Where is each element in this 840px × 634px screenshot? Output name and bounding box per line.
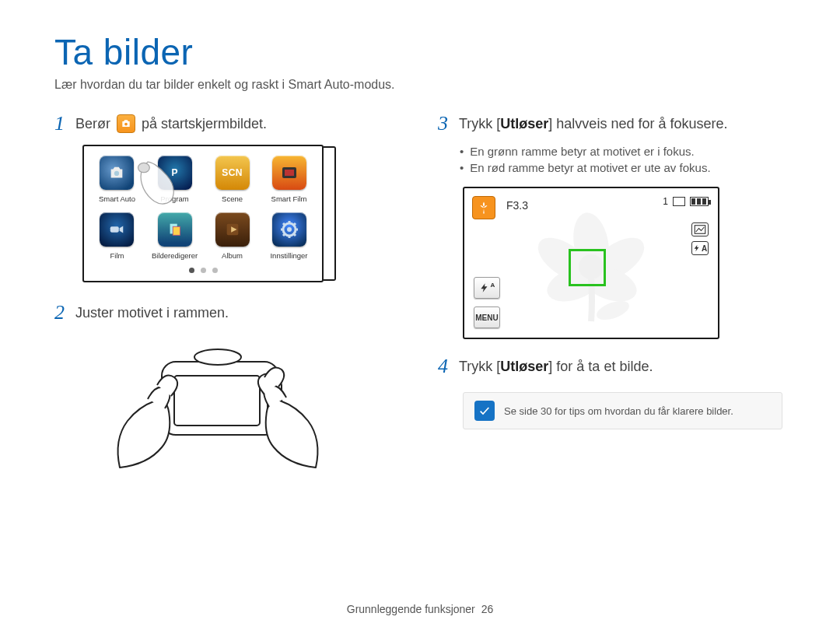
app-smart-film[interactable]: Smart Film	[267, 156, 311, 203]
film-strip-icon	[272, 156, 306, 190]
app-label: Film	[110, 251, 124, 260]
sd-card-icon	[673, 197, 685, 206]
svg-point-19	[138, 163, 150, 172]
step-text-before: Berør	[75, 116, 110, 132]
tip-note: Se side 30 for tips om hvordan du får kl…	[463, 392, 782, 429]
svg-point-1	[114, 171, 119, 176]
info-icon	[474, 401, 495, 421]
step-text-after: ] halvveis ned for å fokusere.	[548, 116, 727, 131]
step-number: 3	[438, 114, 448, 134]
shots-remaining: 1	[663, 196, 668, 207]
svg-line-16	[293, 233, 296, 236]
app-smart-auto[interactable]: Smart Auto	[95, 156, 139, 203]
bullet-focus-red: En rød ramme betyr at motivet er ute av …	[460, 161, 786, 174]
macro-icon[interactable]	[472, 196, 495, 219]
camera-icon	[100, 156, 134, 190]
f-number: F3.3	[506, 199, 528, 212]
app-program[interactable]: P Program	[152, 156, 198, 203]
battery-icon	[690, 197, 709, 206]
svg-rect-21	[174, 376, 260, 426]
flash-button[interactable]: A	[474, 277, 500, 299]
step-text-bold: Utløser	[500, 116, 548, 131]
svg-point-23	[194, 349, 241, 365]
step-number: 2	[54, 303, 65, 323]
video-camera-icon	[100, 212, 134, 247]
step-1: 1 Berør på startskjermbildet. Smart Auto	[54, 114, 402, 282]
scene-icon: SCN	[215, 156, 250, 190]
app-scene[interactable]: SCN Scene	[210, 156, 254, 203]
program-icon: P	[158, 156, 192, 190]
app-editor[interactable]: Bilderedigerer	[152, 212, 198, 260]
svg-line-18	[293, 223, 296, 226]
editor-icon	[158, 212, 192, 247]
svg-point-0	[124, 123, 128, 126]
app-label: Smart Film	[271, 194, 307, 203]
note-text: Se side 30 for tips om hvordan du får kl…	[504, 405, 733, 417]
album-icon	[215, 212, 250, 247]
app-label: Album	[222, 251, 243, 260]
step-text-after: ] for å ta et bilde.	[548, 359, 653, 374]
footer-page-number: 26	[481, 603, 494, 615]
step-2: 2 Juster motivet i rammen.	[54, 303, 402, 477]
step-3: 3 Trykk [Utløser] halvveis ned for å fok…	[438, 114, 786, 339]
app-album[interactable]: Album	[210, 212, 254, 260]
footer-section: Grunnleggende funksjoner	[347, 603, 475, 615]
focus-frame	[569, 249, 606, 286]
svg-line-15	[283, 223, 285, 226]
step-text-before: Trykk [	[459, 116, 500, 131]
gear-icon	[272, 212, 306, 247]
app-label: Program	[160, 194, 188, 203]
hands-holding-camera-illustration	[101, 334, 334, 474]
step-text-bold: Utløser	[500, 359, 548, 374]
app-settings[interactable]: Innstillinger	[267, 212, 311, 260]
step-4: 4 Trykk [Utløser] for å ta et bilde.	[438, 356, 786, 377]
page-subtitle: Lær hvordan du tar bilder enkelt og rask…	[54, 78, 786, 92]
step-text: Juster motivet i rammen.	[75, 305, 229, 321]
step-text-after: på startskjermbildet.	[142, 116, 267, 132]
lcd-top-right-status: 1	[663, 196, 709, 207]
app-label: Bilderedigerer	[152, 251, 198, 260]
home-screen-illustration: Smart Auto P Program SCN Scene	[82, 145, 324, 282]
page-title: Ta bilder	[54, 31, 786, 73]
step-number: 4	[438, 356, 448, 377]
svg-point-10	[287, 227, 292, 232]
svg-point-30	[594, 297, 632, 324]
svg-rect-3	[285, 170, 294, 176]
svg-rect-6	[173, 226, 180, 235]
page-footer: Grunnleggende funksjoner 26	[0, 603, 840, 615]
app-film[interactable]: Film	[95, 212, 139, 260]
app-label: Scene	[222, 194, 243, 203]
page-dots	[95, 268, 311, 273]
svg-rect-4	[110, 226, 119, 232]
image-size-icon	[691, 222, 709, 236]
smart-auto-inline-icon	[117, 114, 135, 133]
camera-lcd-illustration: F3.3 1 A	[463, 187, 719, 339]
flash-auto-indicator: A	[691, 241, 709, 255]
step-number: 1	[54, 114, 65, 134]
menu-button[interactable]: MENU	[474, 306, 500, 328]
app-label: Innstillinger	[270, 251, 307, 260]
bullet-focus-green: En grønn ramme betyr at motivet er i fok…	[460, 145, 786, 158]
step-text-before: Trykk [	[459, 359, 500, 374]
app-label: Smart Auto	[99, 194, 135, 203]
svg-line-17	[283, 233, 285, 236]
